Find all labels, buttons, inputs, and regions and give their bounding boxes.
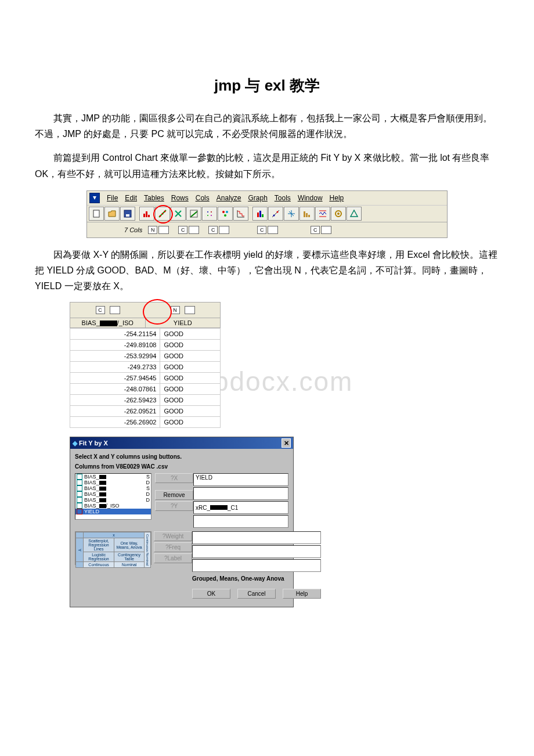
- svg-rect-19: [259, 211, 261, 217]
- save-icon[interactable]: [120, 207, 135, 221]
- table-row: -248.07861GOOD: [70, 384, 221, 395]
- cols-summary-bar: 7 Cols N C C C C: [87, 222, 447, 237]
- x-drop-area[interactable]: xRC__C1: [193, 501, 288, 514]
- col-box: [321, 226, 331, 234]
- survival-icon[interactable]: [233, 207, 248, 221]
- page-title: jmp 与 exl 教学: [35, 75, 499, 96]
- paragraph-3: 因為要做 X-Y 的關係圖，所以要在工作表標明 yield 的好壞，要標示這些良…: [35, 247, 499, 294]
- menu-graph[interactable]: Graph: [248, 194, 267, 202]
- ok-button[interactable]: OK: [192, 589, 230, 599]
- empty-drop[interactable]: [193, 487, 288, 500]
- svg-point-16: [226, 211, 228, 213]
- svg-point-14: [211, 215, 212, 216]
- x-button[interactable]: ?X: [155, 473, 193, 483]
- col-header-bias[interactable]: BIAS_/_ISO: [70, 318, 146, 328]
- pareto-icon[interactable]: [300, 207, 315, 221]
- type-c-box: C: [96, 306, 105, 314]
- menu-tables[interactable]: Tables: [144, 194, 164, 202]
- cols-count: 7 Cols: [124, 226, 142, 233]
- menu-bar: File Edit Tables Rows Cols Analyze Graph…: [87, 191, 447, 206]
- svg-rect-23: [304, 211, 305, 217]
- col-box: [219, 226, 229, 234]
- table-row: -254.21154GOOD: [70, 329, 221, 340]
- paragraph-2: 前篇提到用 Control Chart 來做單一參數的比較，這次是用正統的 Fi…: [35, 150, 499, 181]
- fit-model-icon[interactable]: [186, 207, 201, 221]
- type-c: C: [257, 226, 266, 234]
- grouped-text: Grouped, Means, One-way Anova: [192, 575, 321, 582]
- svg-rect-4: [143, 214, 145, 217]
- dialog-instruction-1: Select X and Y columns using buttons.: [75, 453, 288, 460]
- menu-window[interactable]: Window: [298, 194, 323, 202]
- remove-button[interactable]: Remove: [155, 490, 193, 500]
- svg-point-27: [337, 213, 340, 215]
- toolbar-screenshot: File Edit Tables Rows Cols Analyze Graph…: [86, 190, 448, 238]
- col-header-yield[interactable]: YIELD: [146, 318, 221, 328]
- weight-button[interactable]: ?Weight: [154, 531, 192, 541]
- diamond-icon: ◆: [73, 440, 77, 447]
- label-button[interactable]: ?Label: [154, 553, 192, 563]
- menu-file[interactable]: File: [107, 194, 118, 202]
- svg-point-15: [222, 211, 225, 213]
- menu-rows[interactable]: Rows: [171, 194, 189, 202]
- cancel-button[interactable]: Cancel: [237, 589, 276, 599]
- svg-point-13: [207, 215, 208, 216]
- table-row: -253.92994GOOD: [70, 351, 221, 362]
- table-row: -249.89108GOOD: [70, 340, 221, 351]
- svg-rect-6: [148, 215, 150, 217]
- svg-point-11: [207, 211, 208, 213]
- table-row: -262.59423GOOD: [70, 395, 221, 406]
- svg-rect-25: [308, 215, 310, 217]
- table-row: -256.26902GOOD: [70, 417, 221, 428]
- new-icon[interactable]: [89, 207, 104, 221]
- icon-bar: [87, 206, 447, 222]
- type-c: C: [208, 226, 218, 234]
- y-button[interactable]: ?Y: [155, 501, 193, 511]
- redacted-text: [100, 321, 117, 326]
- bar-chart-icon[interactable]: [252, 207, 268, 221]
- svg-rect-18: [257, 213, 259, 217]
- type-n: N: [148, 226, 157, 234]
- svg-marker-0: [93, 196, 96, 200]
- svg-point-12: [211, 211, 212, 213]
- control-chart-icon[interactable]: [315, 207, 330, 221]
- col-box: [185, 306, 195, 314]
- svg-point-8: [162, 213, 164, 214]
- distribution-icon[interactable]: [139, 207, 154, 221]
- svg-point-17: [224, 214, 226, 217]
- svg-rect-5: [146, 211, 147, 217]
- menu-analyze[interactable]: Analyze: [217, 194, 241, 202]
- cluster-icon[interactable]: [218, 207, 233, 221]
- variability-chart-icon[interactable]: [331, 207, 346, 221]
- fit-y-by-x-icon[interactable]: [155, 207, 170, 221]
- y-drop-area[interactable]: YIELD: [193, 473, 288, 486]
- dialog-titlebar: ◆ Fit Y by X ✕: [70, 437, 293, 449]
- col-box: [268, 226, 278, 234]
- col-box: [158, 226, 169, 234]
- overlay-plot-icon[interactable]: [268, 207, 283, 221]
- weight-drop[interactable]: [192, 531, 321, 544]
- close-icon[interactable]: ✕: [282, 438, 291, 448]
- fit-y-by-x-dialog: ◆ Fit Y by X ✕ Select X and Y columns us…: [70, 437, 294, 607]
- multivariate-icon[interactable]: [202, 207, 217, 221]
- menu-tools[interactable]: Tools: [275, 194, 291, 202]
- menu-help[interactable]: Help: [330, 194, 344, 202]
- svg-rect-3: [126, 214, 129, 217]
- label-drop[interactable]: [192, 559, 321, 572]
- menu-cols[interactable]: Cols: [196, 194, 210, 202]
- type-c: C: [178, 226, 187, 234]
- columns-list[interactable]: BIAS_S BIAS_D BIAS_S BIAS_D BIAS_D BIAS_…: [75, 473, 151, 520]
- matched-pairs-icon[interactable]: [171, 207, 186, 221]
- freq-drop[interactable]: [192, 545, 321, 558]
- svg-point-7: [160, 215, 161, 217]
- col-box: [110, 306, 120, 314]
- dialog-title: Fit Y by X: [79, 440, 108, 447]
- spinning-plot-icon[interactable]: [284, 207, 299, 221]
- ternary-icon[interactable]: [347, 207, 362, 221]
- empty-drop-2[interactable]: [193, 515, 288, 528]
- svg-point-9: [164, 210, 166, 212]
- menu-edit[interactable]: Edit: [125, 194, 137, 202]
- freq-button[interactable]: ?Freq: [154, 542, 192, 552]
- open-icon[interactable]: [104, 207, 120, 221]
- type-c: C: [311, 226, 320, 234]
- help-button[interactable]: Help: [283, 589, 321, 599]
